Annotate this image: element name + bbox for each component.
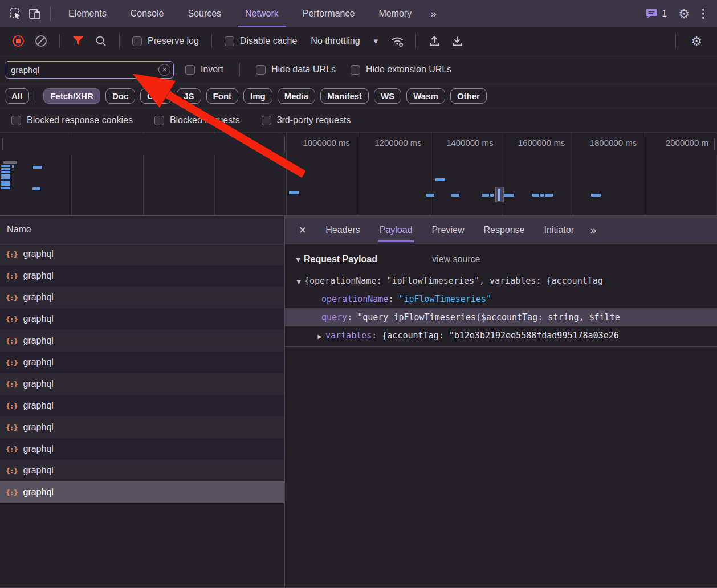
third-party-checkbox-group[interactable]: 3rd-party requests	[262, 115, 351, 125]
detail-tab-initiator[interactable]: Initiator	[535, 216, 584, 244]
name-column-header[interactable]: Name	[0, 216, 284, 243]
tab-sources[interactable]: Sources	[176, 0, 233, 27]
throttling-value: No throttling	[311, 36, 360, 46]
fetch-xhr-icon: {:}	[6, 293, 17, 302]
chip-img[interactable]: Img	[243, 88, 272, 104]
tab-console[interactable]: Console	[119, 0, 176, 27]
view-source-link[interactable]: view source	[432, 254, 480, 264]
blocked-cookies-checkbox[interactable]	[11, 116, 21, 125]
close-detail-icon[interactable]: ✕	[290, 224, 316, 236]
request-row[interactable]: {:}graphql	[0, 373, 284, 395]
preserve-log-checkbox-group[interactable]: Preserve log	[132, 36, 199, 46]
json-value: {accountTag: "b12e3b2192ee5588fdad995178…	[382, 330, 618, 341]
request-row[interactable]: {:}graphql	[0, 330, 284, 352]
hide-extension-urls-checkbox[interactable]	[351, 65, 360, 75]
chip-wasm[interactable]: Wasm	[406, 88, 445, 104]
more-detail-tabs-button[interactable]: »	[584, 224, 605, 236]
divider	[119, 34, 120, 48]
request-name: graphql	[23, 271, 53, 281]
issues-button[interactable]: 1	[639, 8, 673, 19]
detail-tab-headers[interactable]: Headers	[316, 216, 369, 244]
detail-tab-payload[interactable]: Payload	[370, 216, 422, 244]
selected-request-marker[interactable]	[495, 187, 504, 202]
request-name: graphql	[23, 466, 53, 476]
tab-performance[interactable]: Performance	[291, 0, 367, 27]
disable-cache-label: Disable cache	[240, 36, 298, 46]
clear-filter-icon[interactable]: ✕	[158, 64, 170, 76]
chip-js[interactable]: JS	[177, 88, 201, 104]
chip-all[interactable]: All	[5, 88, 29, 104]
invert-checkbox-group[interactable]: Invert	[185, 64, 223, 75]
request-row[interactable]: {:}graphql	[0, 243, 284, 265]
filter-toggle-button[interactable]	[69, 32, 87, 50]
fetch-xhr-icon: {:}	[6, 358, 17, 367]
expanded-triangle-icon[interactable]: ▼	[295, 273, 303, 290]
request-name: graphql	[23, 357, 53, 368]
settings-gear-icon[interactable]: ⚙	[673, 7, 695, 21]
request-row[interactable]: {:}graphql	[0, 287, 284, 308]
chip-font[interactable]: Font	[206, 88, 238, 104]
blocked-cookies-checkbox-group[interactable]: Blocked response cookies	[11, 115, 133, 125]
tab-memory[interactable]: Memory	[366, 0, 423, 27]
request-name: graphql	[23, 444, 53, 454]
inspect-element-button[interactable]	[6, 4, 25, 23]
chip-media[interactable]: Media	[278, 88, 316, 104]
filter-input[interactable]	[5, 61, 174, 79]
blocked-requests-checkbox-group[interactable]: Blocked requests	[154, 115, 240, 125]
kebab-menu-icon[interactable]	[695, 9, 711, 19]
export-har-button[interactable]	[448, 32, 466, 50]
json-preview-text: {operationName: "ipFlowTimeseries", vari…	[304, 276, 603, 286]
fetch-xhr-icon: {:}	[6, 380, 17, 389]
download-icon	[450, 34, 464, 48]
overview-right-handle[interactable]	[712, 134, 717, 155]
json-key: variables	[325, 330, 372, 341]
more-panels-button[interactable]: »	[423, 7, 445, 20]
payload-json-tree: ▼{operationName: "ipFlowTimeseries", var…	[285, 272, 717, 347]
json-row-variables[interactable]: ▶variables:{accountTag: "b12e3b2192ee558…	[285, 326, 717, 345]
chip-ws[interactable]: WS	[374, 88, 401, 104]
tab-elements[interactable]: Elements	[56, 0, 119, 27]
collapse-triangle-icon[interactable]: ▼	[294, 256, 302, 263]
request-payload-section[interactable]: ▼ Request Payload view source	[285, 247, 717, 272]
request-row[interactable]: {:}graphql	[0, 352, 284, 373]
request-name: graphql	[23, 401, 53, 411]
hide-data-urls-checkbox-group[interactable]: Hide data URLs	[256, 64, 336, 75]
blocked-requests-checkbox[interactable]	[154, 116, 164, 125]
chip-manifest[interactable]: Manifest	[320, 88, 369, 104]
request-row[interactable]: {:}graphql	[0, 416, 284, 438]
import-har-button[interactable]	[425, 32, 443, 50]
network-conditions-button[interactable]	[388, 32, 406, 50]
request-row[interactable]: {:}graphql	[0, 460, 284, 481]
request-row-selected[interactable]: {:}graphql	[0, 481, 284, 503]
detail-tab-response[interactable]: Response	[474, 216, 534, 244]
json-row-operation-name[interactable]: operationName:"ipFlowTimeseries"	[285, 290, 717, 308]
request-row[interactable]: {:}graphql	[0, 308, 284, 330]
hide-extension-urls-checkbox-group[interactable]: Hide extension URLs	[351, 64, 451, 75]
request-row[interactable]: {:}graphql	[0, 438, 284, 460]
invert-checkbox[interactable]	[185, 65, 195, 75]
wifi-gear-icon	[390, 34, 405, 48]
clear-network-log-button[interactable]	[32, 32, 50, 50]
disable-cache-checkbox-group[interactable]: Disable cache	[225, 36, 298, 46]
overview-left-handle[interactable]	[0, 134, 285, 155]
record-network-log-button[interactable]	[9, 32, 27, 50]
request-row[interactable]: {:}graphql	[0, 395, 284, 416]
tab-network[interactable]: Network	[233, 0, 291, 27]
request-row[interactable]: {:}graphql	[0, 265, 284, 287]
throttling-dropdown[interactable]: No throttling ▼	[311, 36, 378, 46]
collapsed-triangle-icon[interactable]: ▶	[316, 328, 324, 345]
search-network-button[interactable]	[92, 32, 110, 50]
chip-other[interactable]: Other	[450, 88, 487, 104]
chip-fetch-xhr[interactable]: Fetch/XHR	[43, 88, 100, 104]
preserve-log-checkbox[interactable]	[132, 36, 142, 46]
device-toolbar-button[interactable]	[25, 4, 44, 23]
disable-cache-checkbox[interactable]	[225, 36, 234, 46]
chip-doc[interactable]: Doc	[105, 88, 135, 104]
third-party-checkbox[interactable]	[262, 116, 271, 125]
json-row-query-selected[interactable]: query:"query ipFlowTimeseries($accountTa…	[285, 308, 717, 326]
network-settings-gear-icon[interactable]: ⚙	[685, 34, 708, 48]
chip-css[interactable]: CSS	[140, 88, 172, 104]
json-root-row[interactable]: ▼{operationName: "ipFlowTimeseries", var…	[285, 272, 717, 290]
detail-tab-preview[interactable]: Preview	[422, 216, 474, 244]
hide-data-urls-checkbox[interactable]	[256, 65, 266, 75]
